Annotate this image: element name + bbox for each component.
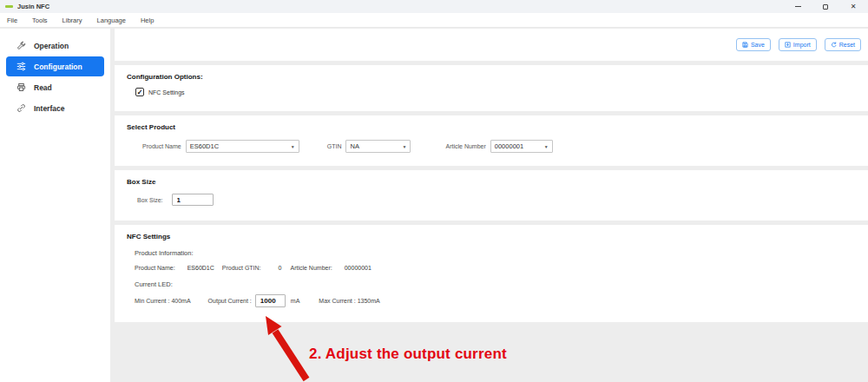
menu-help[interactable]: Help <box>141 16 154 24</box>
chevron-down-icon: ▼ <box>403 144 407 149</box>
save-button[interactable]: Save <box>736 38 771 51</box>
import-icon <box>785 42 791 48</box>
product-information-row: Product Name: ES60D1C Product GTIN: 0 Ar… <box>115 265 868 271</box>
minimize-icon <box>795 6 801 7</box>
reset-button[interactable]: Reset <box>825 38 861 51</box>
sliders-icon <box>16 62 26 71</box>
box-size-section: Box Size Box Size: <box>115 170 868 221</box>
section-title: Box Size <box>115 170 868 186</box>
sidebar-item-label: Interface <box>34 104 64 113</box>
product-gtin-value: 0 <box>279 265 282 271</box>
reset-icon <box>831 42 837 48</box>
sidebar: Operation Configuration Read Interface <box>0 29 110 382</box>
sidebar-item-label: Configuration <box>34 63 82 71</box>
output-current-label: Output Current : <box>208 298 252 304</box>
min-current-label: Min Current : 400mA <box>135 298 191 304</box>
close-button[interactable]: ✕ <box>849 3 858 11</box>
wrench-icon <box>16 41 26 50</box>
save-icon <box>742 42 748 48</box>
titlebar: Jusin NFC ✕ <box>0 0 868 13</box>
chevron-down-icon: ▼ <box>544 144 549 149</box>
section-title: Configuration Options: <box>115 65 868 81</box>
annotation-text: 2. Adjust the output current <box>309 346 507 363</box>
menu-file[interactable]: File <box>7 16 17 24</box>
import-button[interactable]: Import <box>779 38 817 51</box>
output-current-input[interactable] <box>255 294 286 307</box>
main-content: Save Import Reset Configuration Options:… <box>115 29 868 382</box>
article-number-select[interactable]: 00000001 ▼ <box>490 140 553 153</box>
sidebar-item-label: Read <box>34 83 52 92</box>
maximize-icon <box>823 4 828 10</box>
sidebar-item-configuration[interactable]: Configuration <box>6 56 104 76</box>
output-current-unit: mA <box>291 298 300 304</box>
minimize-button[interactable] <box>793 3 802 11</box>
sidebar-item-operation[interactable]: Operation <box>6 36 104 56</box>
link-icon <box>16 103 26 113</box>
current-led-row: Min Current : 400mA Output Current : mA … <box>115 294 868 307</box>
sidebar-item-label: Operation <box>34 42 69 50</box>
product-name-value: ES60D1C <box>187 265 214 271</box>
menu-tools[interactable]: Tools <box>32 16 48 24</box>
article-number-label: Article Number: <box>290 265 332 271</box>
sidebar-item-read[interactable]: Read <box>6 77 104 97</box>
product-gtin-label: Product GTIN: <box>222 265 261 271</box>
article-number-value: 00000001 <box>345 265 372 271</box>
window-title: Jusin NFC <box>17 3 49 10</box>
product-name-label: Product Name <box>142 143 181 149</box>
menubar: File Tools Library Language Help <box>0 13 868 28</box>
menu-language[interactable]: Language <box>97 16 126 24</box>
gtin-select[interactable]: NA ▼ <box>345 140 411 153</box>
toolbar: Save Import Reset <box>115 29 868 61</box>
close-icon: ✕ <box>851 3 857 10</box>
printer-icon <box>16 82 26 92</box>
configuration-options-section: Configuration Options: ✓ NFC Settings <box>115 65 868 111</box>
maximize-button[interactable] <box>821 3 830 11</box>
menu-library[interactable]: Library <box>62 16 82 24</box>
chevron-down-icon: ▼ <box>291 144 295 149</box>
article-number-label: Article Number <box>445 143 485 149</box>
nfc-settings-checkbox[interactable]: ✓ <box>135 88 144 96</box>
app-logo-icon <box>5 5 13 8</box>
window-controls: ✕ <box>793 3 863 11</box>
box-size-label: Box Size: <box>137 197 163 203</box>
section-title: NFC Settings <box>115 225 868 240</box>
product-name-select[interactable]: ES60D1C ▼ <box>186 140 299 153</box>
sidebar-item-interface[interactable]: Interface <box>6 98 104 118</box>
product-name-label: Product Name: <box>135 265 175 271</box>
max-current-label: Max Current : 1350mA <box>319 298 379 304</box>
select-product-section: Select Product Product Name ES60D1C ▼ GT… <box>115 115 868 166</box>
gtin-label: GTIN <box>327 143 342 149</box>
box-size-input[interactable] <box>172 194 214 206</box>
nfc-settings-checkbox-label: NFC Settings <box>148 89 185 96</box>
product-information-heading: Product Information: <box>115 249 868 257</box>
nfc-settings-section: NFC Settings Product Information: Produc… <box>115 225 868 322</box>
section-title: Select Product <box>115 115 868 131</box>
current-led-heading: Current LED: <box>115 280 868 288</box>
